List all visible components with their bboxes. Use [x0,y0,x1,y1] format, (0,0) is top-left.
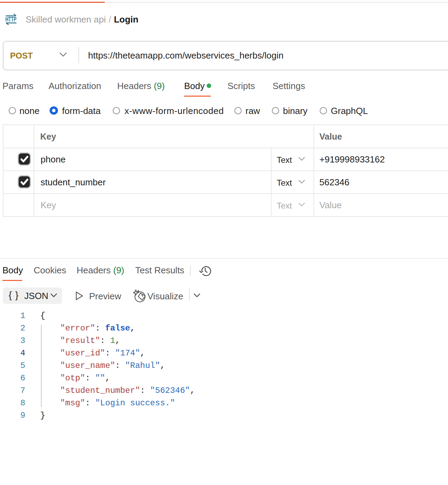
svg-text:HTTP: HTTP [6,16,17,23]
